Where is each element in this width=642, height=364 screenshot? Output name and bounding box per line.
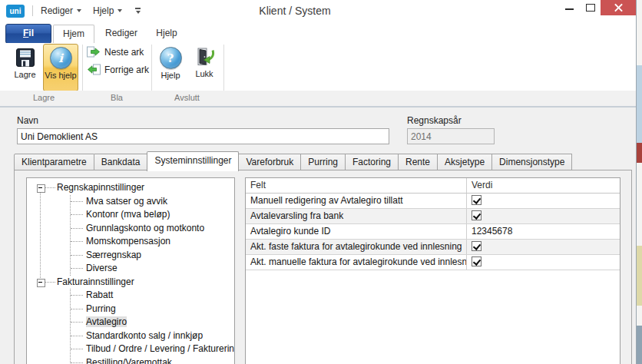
previous-sheet-button[interactable]: Forrige ark bbox=[87, 64, 149, 75]
quick-menu-rediger[interactable]: Rediger bbox=[41, 5, 81, 16]
tree-item-selected[interactable]: Avtalegiro bbox=[71, 316, 234, 329]
year-input bbox=[407, 128, 495, 144]
close-button[interactable] bbox=[601, 0, 636, 15]
column-header-felt: Felt bbox=[246, 178, 467, 193]
tree-item[interactable]: Tilbud / Ordre / Levering / Fakturering bbox=[71, 342, 234, 356]
tree-item-label: Purring bbox=[86, 303, 116, 314]
quick-menu-hjelp[interactable]: Hjelp bbox=[93, 5, 122, 16]
window-controls bbox=[559, 0, 636, 15]
tab-rente[interactable]: Rente bbox=[399, 154, 438, 170]
button-label: Lagre bbox=[14, 70, 35, 80]
show-help-toggle-button[interactable]: i Vis hjelp bbox=[43, 44, 78, 91]
background-app-sliver bbox=[637, 0, 642, 364]
tree-item-label: Avtalegiro bbox=[86, 316, 127, 327]
tab-dimensjonstype[interactable]: Dimensjonstype bbox=[492, 154, 572, 170]
quick-menu-label: Rediger bbox=[41, 5, 73, 16]
minimize-icon bbox=[565, 8, 574, 10]
tree-connector-line bbox=[40, 190, 41, 280]
tab-bankdata[interactable]: Bankdata bbox=[94, 154, 148, 170]
tree-item[interactable]: Momskompensasjon bbox=[71, 235, 234, 249]
save-floppy-icon bbox=[15, 47, 36, 68]
tree-item[interactable]: Mva satser og avvik bbox=[71, 195, 234, 209]
tab-systeminnstillinger[interactable]: Systeminnstillinger bbox=[147, 151, 239, 171]
tab-purring[interactable]: Purring bbox=[301, 154, 346, 170]
tree-item[interactable]: Rabatt bbox=[71, 289, 234, 303]
value-cell bbox=[467, 240, 620, 254]
maximize-icon bbox=[586, 4, 595, 12]
previous-sheet-icon bbox=[87, 64, 101, 75]
value-cell[interactable]: 12345678 bbox=[467, 224, 620, 239]
collapse-icon[interactable] bbox=[37, 184, 45, 193]
checkbox-checked[interactable] bbox=[472, 195, 482, 205]
tree-item[interactable]: Bestilling/Varemottak bbox=[71, 356, 234, 364]
settings-tree: Regnskapinnstillinger Mva satser og avvi… bbox=[26, 177, 235, 364]
tab-page-panel: Regnskapinnstillinger Mva satser og avvi… bbox=[14, 170, 632, 364]
form-area: Navn Regnskapsår Klientparametre Bankdat… bbox=[0, 108, 636, 364]
tree-item[interactable]: Standardkonto salg / innkjøp bbox=[71, 329, 234, 343]
tree-item[interactable]: Kontonr (mva beløp) bbox=[71, 208, 234, 222]
year-label: Regnskapsår bbox=[407, 115, 462, 126]
name-label: Navn bbox=[17, 115, 38, 126]
ribbon-tab-hjelp[interactable]: Hjelp bbox=[149, 25, 184, 42]
next-sheet-icon bbox=[87, 46, 101, 58]
chevron-down-icon bbox=[77, 9, 81, 12]
checkbox-checked[interactable] bbox=[472, 241, 482, 251]
tree-item[interactable]: Diverse bbox=[71, 262, 234, 276]
tab-klientparametre[interactable]: Klientparametre bbox=[14, 154, 94, 170]
tree-item-label: Momskompensasjon bbox=[86, 236, 170, 247]
window-title: Klient / System bbox=[0, 5, 590, 17]
table-header: Felt Verdi bbox=[246, 178, 620, 194]
question-glyph: ? bbox=[167, 51, 174, 65]
group-label-avslutt: Avslutt bbox=[151, 93, 223, 102]
customize-toolbar-icon[interactable] bbox=[135, 8, 141, 14]
tab-vareforbruk[interactable]: Vareforbruk bbox=[239, 154, 301, 170]
value-cell bbox=[467, 194, 620, 208]
tab-aksjetype[interactable]: Aksjetype bbox=[438, 154, 492, 170]
table-row: Akt. faste faktura for avtalegirokunde v… bbox=[246, 240, 620, 255]
divider bbox=[32, 5, 33, 16]
ribbon-tab-hjem[interactable]: Hjem bbox=[53, 25, 94, 44]
tree-item-label: Bestilling/Varemottak bbox=[86, 357, 172, 364]
help-button[interactable]: ? Hjelp bbox=[154, 45, 187, 90]
checkbox-checked[interactable] bbox=[472, 256, 482, 266]
button-label: Lukk bbox=[195, 69, 213, 79]
tree-item-label: Grunnlagskonto og motkonto bbox=[86, 223, 204, 233]
table-row: Akt. manuelle faktura for avtalegirokund… bbox=[246, 255, 620, 270]
next-sheet-button[interactable]: Neste ark bbox=[87, 46, 144, 58]
tab-factoring[interactable]: Factoring bbox=[346, 154, 399, 170]
value-cell bbox=[467, 209, 620, 223]
tree-item[interactable]: Særregnskap bbox=[71, 249, 234, 263]
tree-item-label: Regnskapinnstillinger bbox=[57, 182, 144, 193]
uni-logo: uni bbox=[6, 5, 25, 18]
name-input[interactable] bbox=[17, 128, 389, 144]
tree-item-label: Diverse bbox=[86, 263, 117, 273]
background-fragment bbox=[637, 143, 642, 163]
field-name-cell: Akt. faste faktura for avtalegirokunde v… bbox=[246, 240, 467, 254]
help-sphere-icon: ? bbox=[160, 47, 182, 69]
maximize-button[interactable] bbox=[580, 0, 601, 15]
field-name-cell: Avtalegiro kunde ID bbox=[246, 224, 467, 239]
close-form-button[interactable]: Lukk bbox=[188, 45, 220, 90]
button-label: Vis hjelp bbox=[45, 71, 76, 81]
field-name-cell: Avtalevarsling fra bank bbox=[246, 209, 467, 223]
chevron-down-icon bbox=[136, 11, 141, 14]
tree-root-fakturainnstillinger[interactable]: Fakturainnstillinger bbox=[27, 276, 234, 290]
tree-root-regnskapinnstillinger[interactable]: Regnskapinnstillinger bbox=[27, 181, 234, 195]
minimize-button[interactable] bbox=[559, 0, 580, 15]
table-row: Manuell redigering av Avtalegiro tillatt bbox=[246, 194, 620, 209]
file-rest: il bbox=[28, 28, 34, 38]
save-button[interactable]: Lagre bbox=[8, 45, 42, 90]
collapse-icon[interactable] bbox=[37, 279, 45, 287]
tree-item[interactable]: Purring bbox=[71, 303, 234, 316]
settings-table: Felt Verdi Manuell redigering av Avtaleg… bbox=[245, 177, 620, 364]
file-menu-button[interactable]: Fil bbox=[5, 24, 51, 44]
ribbon: Lagre i Vis hjelp Neste ark Forrige ark … bbox=[0, 43, 636, 108]
tree-item[interactable]: Grunnlagskonto og motkonto bbox=[71, 222, 234, 236]
field-name-cell: Manuell redigering av Avtalegiro tillatt bbox=[246, 194, 467, 208]
info-glyph: i bbox=[58, 51, 63, 65]
ribbon-tab-rediger[interactable]: Rediger bbox=[98, 25, 144, 42]
checkbox-checked[interactable] bbox=[472, 210, 482, 220]
button-label: Forrige ark bbox=[104, 65, 149, 75]
tree-item-label: Standardkonto salg / innkjøp bbox=[86, 330, 203, 341]
tree-item-label: Rabatt bbox=[86, 290, 113, 300]
